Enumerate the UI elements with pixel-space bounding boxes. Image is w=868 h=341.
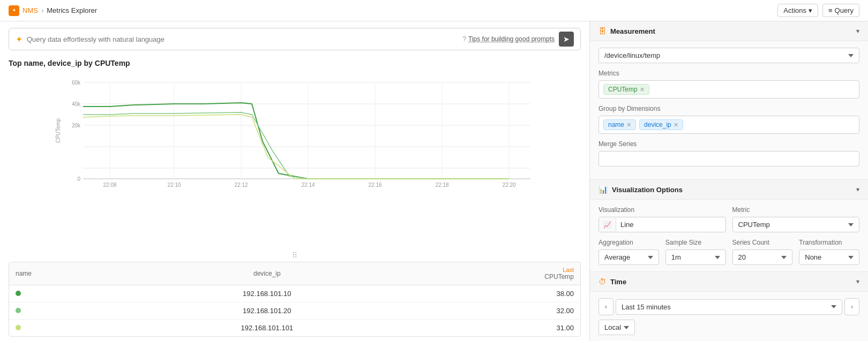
right-panel: 🗄 Measurement ▾ /device/linux/temp Metri… [589, 21, 868, 341]
svg-text:20k: 20k [72, 123, 81, 128]
svg-text:22:10: 22:10 [167, 182, 181, 188]
svg-text:22:16: 22:16 [368, 182, 381, 188]
viz-title: Visualization Options [612, 186, 683, 194]
row1-dot-cell [9, 285, 130, 302]
sample-size-select[interactable]: 1m 5m 15m 1h [665, 249, 726, 265]
viz-options-grid: Aggregation Average Sum Min Max Sample S… [598, 239, 859, 265]
query-list-icon: ≡ [828, 6, 833, 14]
row3-dot-cell [9, 320, 130, 337]
measurement-select-row: /device/linux/temp [598, 48, 859, 63]
line-chart-icon: 📈 [599, 218, 616, 232]
topbar-right: Actions ▾ ≡ Query [777, 4, 859, 17]
viz-chevron-icon: ▾ [856, 186, 859, 193]
viz-icon: 📊 [598, 185, 608, 194]
main-layout: ✦ ? Tips for building good prompts ➤ Top… [0, 21, 868, 341]
dim-tag-name-close[interactable]: ✕ [626, 122, 631, 128]
left-panel: ✦ ? Tips for building good prompts ➤ Top… [0, 21, 589, 341]
metric-tag-close[interactable]: ✕ [640, 86, 645, 93]
metric-select[interactable]: CPUTemp [732, 217, 860, 232]
col-device-ip-header: device_ip [130, 262, 403, 285]
chart-container: Top name, device_ip by CPUTemp CPUTemp 6… [0, 55, 589, 249]
svg-text:22:18: 22:18 [435, 182, 448, 188]
col-last-header: Last CPUTemp [403, 262, 580, 285]
svg-text:22:08: 22:08 [103, 182, 116, 188]
dim-tag-device-ip[interactable]: device_ip ✕ [639, 119, 683, 130]
row2-device-ip: 192.168.101.20 [130, 302, 403, 320]
breadcrumb: NMS › Metrics Explorer [23, 6, 97, 14]
tips-area: ? Tips for building good prompts [462, 35, 555, 43]
timezone-select[interactable]: Local UTC [598, 320, 635, 335]
row1-dot [16, 291, 21, 296]
transformation-select[interactable]: None Rate Delta [799, 249, 859, 265]
aggregation-select[interactable]: Average Sum Min Max [598, 249, 659, 265]
measurement-icon: 🗄 [598, 27, 606, 35]
svg-text:22:14: 22:14 [301, 182, 315, 188]
merge-series-row: Merge Series [598, 140, 859, 166]
table-row: 192.168.101.101 31.00 [9, 320, 580, 337]
group-by-label: Group by Dimensions [598, 105, 859, 112]
measurement-title: Measurement [610, 27, 655, 35]
viz-section-header[interactable]: 📊 Visualization Options ▾ [590, 180, 868, 200]
query-button[interactable]: ≡ Query [822, 4, 859, 17]
viz-select-wrapper: 📈 Line Bar Area [598, 217, 726, 232]
aggregation-col: Aggregation Average Sum Min Max [598, 239, 659, 265]
svg-text:22:12: 22:12 [234, 182, 248, 188]
dim-tag-device-ip-close[interactable]: ✕ [674, 122, 678, 128]
time-icon: ⏱ [598, 277, 606, 286]
row3-device-ip: 192.168.101.101 [130, 320, 403, 337]
table-row: 192.168.101.20 32.00 [9, 302, 580, 320]
measurement-section-header[interactable]: 🗄 Measurement ▾ [590, 21, 868, 41]
time-prev-button[interactable]: ‹ [598, 298, 613, 315]
star-icon: ✦ [16, 34, 23, 44]
time-body: ‹ Last 5 minutes Last 15 minutes Last 30… [590, 292, 868, 341]
breadcrumb-root[interactable]: NMS [23, 6, 38, 14]
series-count-select[interactable]: 5 10 20 50 [732, 249, 793, 265]
measurement-select[interactable]: /device/linux/temp [598, 48, 859, 63]
data-table: name device_ip Last CPUTemp [9, 262, 581, 337]
table-row: 192.168.101.10 38.00 [9, 285, 580, 302]
logo-text: ✦ [12, 8, 16, 13]
actions-button[interactable]: Actions ▾ [777, 4, 818, 17]
col-name-header: name [9, 262, 130, 285]
transformation-label: Transformation [799, 239, 859, 246]
metric-select-label: Metric [732, 206, 860, 214]
dim-tag-name[interactable]: name ✕ [603, 119, 636, 130]
row2-dot-cell [9, 302, 130, 320]
question-icon: ? [462, 35, 466, 43]
breadcrumb-sep: › [41, 6, 43, 14]
app-logo: ✦ [9, 5, 19, 16]
merge-series-input[interactable] [598, 151, 859, 166]
metric-select-col: Metric CPUTemp [732, 206, 860, 232]
metric-tag-cpuTemp[interactable]: CPUTemp ✕ [603, 84, 649, 95]
metrics-label: Metrics [598, 70, 859, 77]
transformation-col: Transformation None Rate Delta [799, 239, 859, 265]
svg-text:0: 0 [77, 176, 80, 182]
metrics-tags[interactable]: CPUTemp ✕ [598, 80, 859, 98]
row2-dot [16, 308, 21, 313]
svg-text:40k: 40k [72, 101, 81, 107]
sample-size-col: Sample Size 1m 5m 15m 1h [665, 239, 726, 265]
row3-last-value: 31.00 [403, 320, 580, 337]
query-bar: ✦ ? Tips for building good prompts ➤ [9, 28, 581, 50]
viz-type-select[interactable]: Line Bar Area [616, 217, 725, 232]
group-by-tags[interactable]: name ✕ device_ip ✕ [598, 116, 859, 134]
actions-chevron-icon: ▾ [809, 6, 812, 14]
measurement-body: /device/linux/temp Metrics CPUTemp ✕ Gro… [590, 41, 868, 180]
breadcrumb-current: Metrics Explorer [47, 6, 97, 14]
chart-area: CPUTemp 60k 40k 20k 0 22:08 22:10 [9, 72, 581, 245]
merge-series-label: Merge Series [598, 140, 859, 148]
row1-last-value: 38.00 [403, 285, 580, 302]
query-submit-button[interactable]: ➤ [559, 32, 574, 47]
svg-text:22:20: 22:20 [502, 182, 515, 188]
svg-text:CPUTemp: CPUTemp [55, 118, 61, 143]
query-input[interactable] [27, 35, 458, 43]
series-count-label: Series Count [732, 239, 793, 246]
drag-handle[interactable]: ⠿ [0, 249, 589, 262]
time-section-header[interactable]: ⏱ Time ▾ [590, 272, 868, 292]
group-by-row: Group by Dimensions name ✕ device_ip ✕ [598, 105, 859, 134]
time-title: Time [610, 278, 626, 286]
time-range-select[interactable]: Last 5 minutes Last 15 minutes Last 30 m… [616, 299, 842, 315]
tips-label: Tips for building good prompts [468, 35, 555, 43]
time-next-button[interactable]: › [844, 298, 859, 315]
chart-title: Top name, device_ip by CPUTemp [9, 59, 581, 67]
